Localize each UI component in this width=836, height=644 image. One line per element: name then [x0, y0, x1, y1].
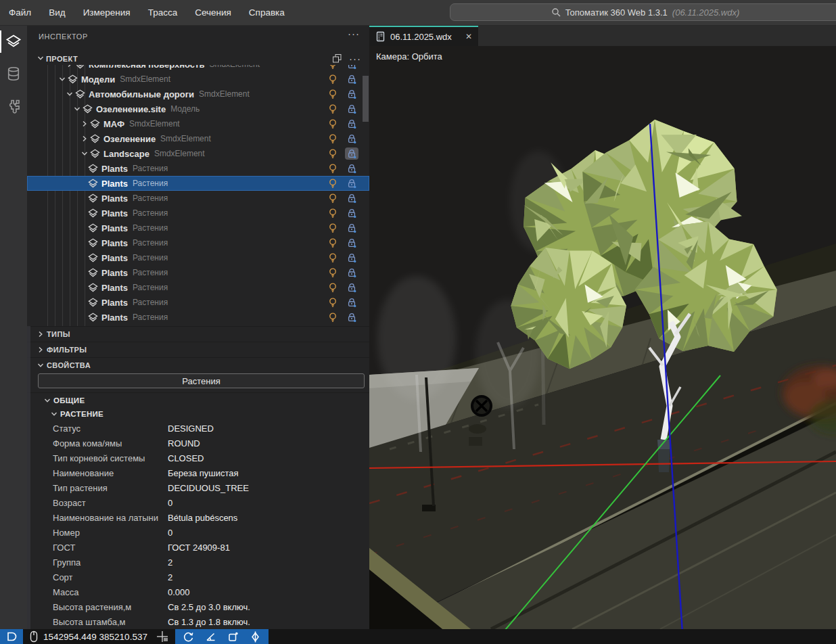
visibility-bulb-icon[interactable]	[327, 148, 338, 159]
property-value[interactable]: Береза пушистая	[168, 468, 239, 478]
lock-icon[interactable]	[345, 207, 358, 219]
property-value[interactable]: 0	[168, 528, 172, 538]
tree-item-plants[interactable]: PlantsРастения	[27, 191, 369, 206]
visibility-bulb-icon[interactable]	[327, 74, 338, 85]
property-value[interactable]: Bétula pubéscens	[168, 513, 237, 523]
property-value[interactable]: ГОСТ 24909-81	[168, 543, 230, 553]
tree-item-plants[interactable]: PlantsРастения	[27, 295, 369, 310]
visibility-bulb-icon[interactable]	[327, 193, 338, 204]
tree-item-озеленение[interactable]: ОзеленениеSmdxElement	[27, 131, 369, 146]
activity-item-extensions[interactable]	[0, 89, 27, 121]
selected-type-button[interactable]: Растения	[38, 373, 365, 388]
visibility-bulb-icon[interactable]	[327, 297, 338, 308]
property-value[interactable]: Св 2.5 до 3.0 включ.	[168, 602, 250, 612]
lock-icon[interactable]	[345, 237, 358, 249]
project-more-icon[interactable]: ···	[349, 55, 361, 62]
visibility-bulb-icon[interactable]	[327, 223, 338, 233]
lock-icon[interactable]	[345, 281, 358, 294]
visibility-bulb-icon[interactable]	[327, 178, 338, 189]
section-header-свойства[interactable]: СВОЙСТВА	[27, 357, 369, 373]
chevron-down-icon[interactable]	[80, 150, 90, 158]
lock-icon[interactable]	[345, 88, 358, 100]
lock-icon[interactable]	[345, 222, 358, 234]
lock-icon[interactable]	[345, 192, 358, 204]
menu-item[interactable]: Файл	[0, 7, 40, 18]
property-value[interactable]: 2	[168, 572, 172, 582]
close-icon[interactable]: ✕	[465, 32, 472, 41]
visibility-bulb-icon[interactable]	[327, 312, 338, 323]
tree-item-маф[interactable]: МАФSmdxElement	[27, 116, 369, 131]
menu-item[interactable]: Вид	[40, 7, 74, 18]
command-search-box[interactable]: Топоматик 360 Web 1.3.1 (06.11.2025.wdx)	[450, 3, 836, 21]
remote-indicator-badge[interactable]	[0, 629, 23, 644]
panel-scroll-strip[interactable]	[27, 326, 30, 629]
tree-item-plants[interactable]: PlantsРастения	[27, 206, 369, 221]
chevron-right-icon[interactable]	[80, 135, 90, 143]
more-actions-icon[interactable]: ···	[348, 30, 360, 37]
visibility-bulb-icon[interactable]	[327, 252, 338, 263]
project-section-header[interactable]: ПРОЕКТ ···	[27, 51, 369, 66]
visibility-bulb-icon[interactable]	[327, 89, 338, 99]
menu-item[interactable]: Сечения	[186, 7, 240, 18]
3d-viewport[interactable]: Камера: Орбита	[369, 46, 836, 629]
visibility-bulb-icon[interactable]	[327, 208, 338, 218]
visibility-bulb-icon[interactable]	[327, 237, 338, 248]
property-group-header[interactable]: ОБЩИЕ	[27, 392, 369, 407]
lock-icon[interactable]	[345, 118, 358, 130]
tree-item-комплексная-поверхность[interactable]: Комплексная поверхностьSmdxElement	[27, 65, 369, 72]
lock-icon[interactable]	[345, 162, 358, 175]
orbit-icon[interactable]	[183, 631, 194, 643]
tab-document[interactable]: 06.11.2025.wdx ✕	[369, 26, 478, 46]
tree-item-plants[interactable]: PlantsРастения	[27, 161, 369, 176]
tree-scrollbar[interactable]	[363, 76, 369, 122]
lock-icon[interactable]	[345, 133, 358, 145]
property-subgroup-header[interactable]: РАСТЕНИЕ	[27, 407, 369, 421]
chevron-right-icon[interactable]	[80, 120, 90, 128]
visibility-bulb-icon[interactable]	[327, 65, 338, 70]
tree-item-plants[interactable]: PlantsРастения	[27, 265, 369, 280]
lock-icon[interactable]	[345, 311, 358, 323]
tree-item-plants[interactable]: PlantsРастения	[27, 176, 369, 191]
lock-icon[interactable]	[345, 177, 358, 189]
visibility-bulb-icon[interactable]	[327, 282, 338, 293]
visibility-bulb-icon[interactable]	[327, 118, 338, 129]
section-header-фильтры[interactable]: ФИЛЬТРЫ	[27, 342, 369, 357]
angle-icon[interactable]	[205, 631, 216, 643]
menu-item[interactable]: Измерения	[74, 7, 139, 18]
tree-item-plants[interactable]: PlantsРастения	[27, 221, 369, 235]
menu-item[interactable]: Справка	[240, 7, 294, 18]
tree-item-plants[interactable]: PlantsРастения	[27, 235, 369, 250]
chevron-down-icon[interactable]	[66, 90, 75, 98]
bounds-snap-icon[interactable]	[227, 631, 239, 643]
lock-icon[interactable]	[345, 147, 358, 160]
visibility-bulb-icon[interactable]	[327, 133, 338, 144]
lock-icon[interactable]	[345, 252, 358, 264]
tree-item-plants[interactable]: PlantsРастения	[27, 280, 369, 295]
tree-item-plants[interactable]: PlantsРастения	[27, 310, 369, 325]
tree-item-озеленение.site[interactable]: Озеленение.siteМодель	[27, 101, 369, 116]
lock-icon[interactable]	[345, 103, 358, 115]
lock-icon[interactable]	[345, 267, 358, 279]
menu-item[interactable]: Трасса	[139, 7, 187, 18]
tree-item-автомобильные-дороги[interactable]: Автомобильные дорогиSmdxElement	[27, 87, 369, 101]
tree-item-plants[interactable]: PlantsРастения	[27, 250, 369, 265]
property-value[interactable]: ROUND	[168, 438, 200, 448]
property-value[interactable]: CLOSED	[168, 453, 204, 463]
lock-icon[interactable]	[345, 296, 358, 308]
visibility-bulb-icon[interactable]	[327, 267, 338, 278]
activity-item-data[interactable]	[0, 58, 27, 89]
visibility-bulb-icon[interactable]	[327, 104, 338, 114]
property-value[interactable]: 0.000	[168, 587, 190, 597]
crosshair-icon[interactable]	[156, 630, 168, 643]
lock-icon[interactable]	[345, 73, 358, 85]
tree-item-модели[interactable]: МоделиSmdxElement	[27, 72, 369, 87]
plumb-snap-icon[interactable]	[250, 631, 261, 643]
property-value[interactable]: DESIGNED	[168, 423, 214, 434]
property-value[interactable]: DECIDUOUS_TREE	[168, 483, 249, 493]
property-value[interactable]: 0	[168, 498, 172, 508]
chevron-down-icon[interactable]	[73, 105, 83, 113]
tree-item-landscape[interactable]: LandscapeSmdxElement	[27, 146, 369, 161]
section-header-типы[interactable]: ТИПЫ	[27, 326, 369, 342]
activity-item-inspector[interactable]	[0, 26, 27, 58]
chevron-right-icon[interactable]	[66, 65, 75, 68]
